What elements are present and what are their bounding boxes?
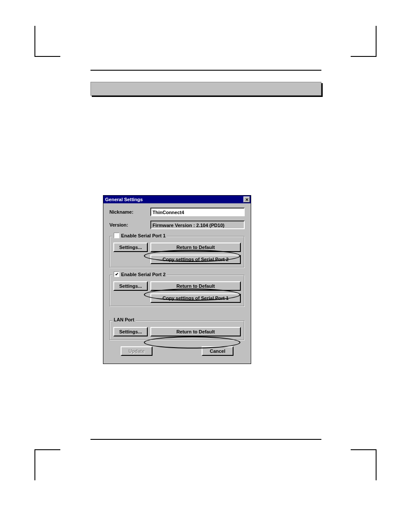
enable-serial-1-checkbox[interactable] [114,233,119,238]
version-label: Version: [109,222,150,227]
header-band [90,82,321,96]
crop-mark-tr [351,26,377,56]
serial-2-copy-button[interactable]: Copy settings of Serial Port 1 [150,293,241,303]
dialog-title: General Settings [105,197,143,202]
crop-mark-tl [34,26,60,56]
update-button[interactable]: Update [121,346,153,356]
divider-top [90,70,321,71]
close-button[interactable]: ✕ [243,196,250,202]
nickname-input[interactable]: ThinConnect4 [150,208,245,216]
lan-port-group: LAN Port Settings... Return to Default [109,320,245,340]
serial-port-1-group: Enable Serial Port 1 Settings... Return … [109,236,245,268]
nickname-label: Nickname: [109,209,150,215]
serial-2-legend: Enable Serial Port 2 [121,272,165,277]
serial-1-legend: Enable Serial Port 1 [121,233,165,238]
divider-bottom [90,439,321,440]
general-settings-dialog: General Settings ✕ Nickname: ThinConnect… [103,195,251,364]
crop-mark-br [351,450,377,480]
crop-mark-bl [34,450,60,480]
serial-port-2-group: ✔ Enable Serial Port 2 Settings... Retur… [109,275,245,307]
serial-1-copy-button[interactable]: Copy settings of Serial Port 2 [150,255,241,264]
version-field: Firmware Version : 2.104 (PD10) [150,221,245,229]
serial-2-settings-button[interactable]: Settings... [113,281,148,291]
serial-1-return-default-button[interactable]: Return to Default [150,243,241,252]
lan-return-default-button[interactable]: Return to Default [150,327,241,336]
enable-serial-2-checkbox[interactable]: ✔ [114,271,119,277]
serial-1-settings-button[interactable]: Settings... [113,243,148,252]
cancel-button[interactable]: Cancel [202,346,234,356]
titlebar: General Settings ✕ [103,196,251,203]
close-icon: ✕ [245,197,249,202]
lan-legend: LAN Port [114,317,134,322]
lan-settings-button[interactable]: Settings... [113,327,148,336]
serial-2-return-default-button[interactable]: Return to Default [150,281,241,291]
